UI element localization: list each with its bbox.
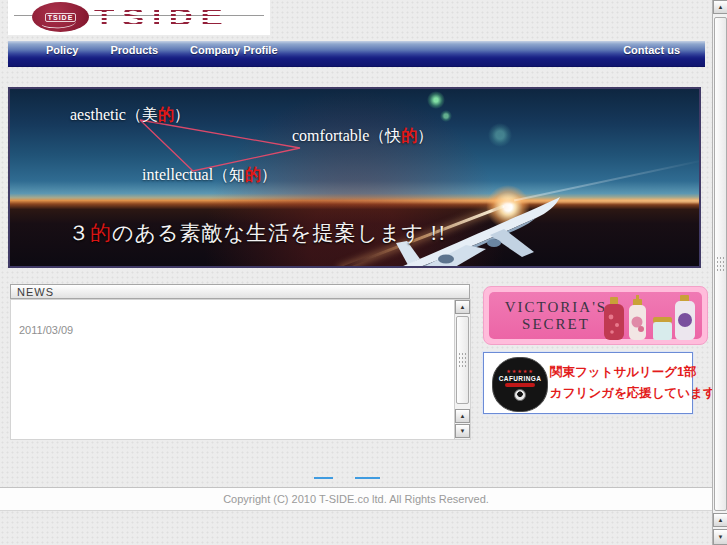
scroll-up-icon: ▲ [460,304,466,310]
page-scroll-up-button[interactable]: ▲ [713,0,727,14]
main-navigation: Policy Products Company Profile Contact … [8,41,705,66]
copyright-bar: Copyright (C) 2010 T-SIDE.co ltd. All Ri… [0,487,712,511]
concept-accent: 的 [245,166,261,183]
concept-jp-close: ） [261,166,277,183]
victorias-secret-banner[interactable]: VICTORIA'S SECRET [483,286,708,345]
copyright-text: Copyright (C) 2010 T-SIDE.co ltd. All Ri… [223,493,489,505]
nav-item-policy[interactable]: Policy [30,44,94,56]
concept-en: comfortable [292,127,369,144]
cafuringa-line1: 関東フットサルリーグ1部 [550,362,688,383]
hero-tagline: ３的のある素敵な生活を提案します !! [68,219,446,247]
cafuringa-banner[interactable]: ★★★★★ CAFURINGA 関東フットサルリーグ1部 カフリンガを応援してい… [483,352,693,414]
page-scroll-thumb[interactable] [714,17,727,511]
scroll-up-icon: ▲ [718,517,724,523]
nav-items-group: Policy Products Company Profile [8,41,705,58]
news-title: NEWS [17,286,54,298]
concept-en: aesthetic [70,106,126,123]
cafuringa-message: 関東フットサルリーグ1部 カフリンガを応援しています! [550,362,688,404]
logo-ellipse-icon: TSIDE [32,2,89,32]
scroll-grip-icon [458,352,467,368]
logo-brand-text: TSIDE [94,2,230,33]
beauty-products-graphic [602,295,698,342]
page-scroll-up-button-bottom[interactable]: ▲ [713,513,727,527]
soccer-ball-icon [514,389,526,401]
concept-label-intellectual: intellectual（知的） [142,165,277,186]
news-panel: 2011/03/09 ▲ ▲ ▼ [10,299,471,440]
news-scroll-thumb[interactable] [456,316,469,404]
crest-badge-text: CAFURINGA [499,375,542,382]
concept-label-comfortable: comfortable（快的） [292,126,433,147]
victorias-secret-text: VICTORIA'S SECRET [495,299,617,333]
scroll-up-icon: ▲ [718,4,724,10]
hero-image: aesthetic（美的） comfortable（快的） intellectu… [8,87,701,268]
footer-link-2[interactable] [355,477,380,479]
cafuringa-line2: カフリンガを応援しています! [550,383,688,404]
victorias-secret-inner-panel: VICTORIA'S SECRET [489,292,702,339]
news-scroll-up-button-bottom[interactable]: ▲ [455,409,470,423]
page-scrollbar[interactable]: ▲ ▲ ▼ [712,0,727,545]
concept-jp: （快 [369,127,401,144]
concept-accent: 的 [401,127,417,144]
news-scrollbar[interactable]: ▲ ▲ ▼ [454,300,470,439]
scroll-down-icon: ▼ [718,534,724,540]
concept-accent: 的 [158,106,174,123]
victorias-secret-line2: SECRET [495,316,617,333]
concept-jp: （美 [126,106,158,123]
nav-item-company-profile[interactable]: Company Profile [174,44,293,56]
victorias-secret-line1: VICTORIA'S [495,299,617,316]
footer-link-1[interactable] [314,477,333,479]
concept-jp-close: ） [174,106,190,123]
concept-en: intellectual [142,166,213,183]
crest-stars: ★★★★★ [506,369,533,374]
logo-ellipse-text: TSIDE [45,13,77,22]
site-logo[interactable]: TSIDE TSIDE [8,0,270,35]
scroll-up-icon: ▲ [460,413,466,419]
tagline-pre: ３ [68,221,90,245]
scroll-grip-icon [716,256,725,272]
page-scroll-down-button[interactable]: ▼ [713,529,727,545]
concept-jp: （知 [213,166,245,183]
nav-item-contact-us[interactable]: Contact us [623,44,680,56]
concept-jp-close: ） [417,127,433,144]
news-scroll-down-button[interactable]: ▼ [455,424,470,438]
news-section-header: NEWS [10,284,470,299]
crest-red-bar [505,383,535,387]
concept-label-aesthetic: aesthetic（美的） [70,105,190,126]
news-entry-date: 2011/03/09 [19,324,73,336]
cafuringa-crest-icon: ★★★★★ CAFURINGA [492,357,548,412]
scroll-down-icon: ▼ [460,428,466,434]
news-scroll-up-button[interactable]: ▲ [455,300,470,314]
nav-item-products[interactable]: Products [94,44,174,56]
tagline-accent: 的 [90,221,112,245]
tagline-post: のある素敵な生活を提案します !! [112,221,446,245]
